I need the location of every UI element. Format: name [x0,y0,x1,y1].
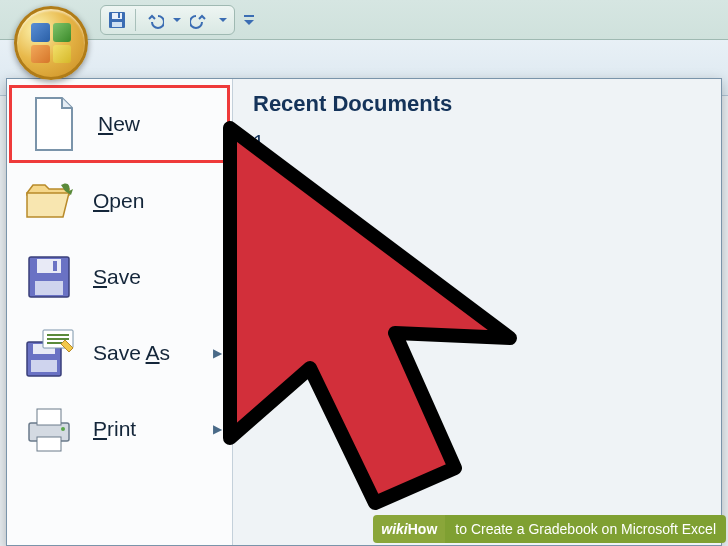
svg-point-19 [61,427,65,431]
svg-rect-4 [244,15,254,17]
wikihow-caption: wikiHow to Create a Gradebook on Microso… [373,514,726,544]
svg-rect-1 [112,13,122,19]
open-folder-icon [23,175,75,227]
menu-item-label: Open [93,189,144,213]
menu-item-print[interactable]: Print ▶ [7,391,232,467]
menu-item-label: Print [93,417,136,441]
save-as-icon [23,327,75,379]
undo-dropdown-icon[interactable] [172,10,182,30]
menu-item-save-as[interactable]: Save As ▶ [7,315,232,391]
qat-separator [135,9,136,31]
quick-access-toolbar [0,0,728,40]
menu-item-save[interactable]: Save [7,239,232,315]
submenu-arrow-icon: ▶ [213,346,222,360]
recent-documents-title: Recent Documents [253,91,701,117]
svg-rect-8 [53,261,57,271]
save-icon[interactable] [107,10,127,30]
menu-item-open[interactable]: Open [7,163,232,239]
menu-item-label: Save As [93,341,170,365]
redo-dropdown-icon[interactable] [218,10,228,30]
office-menu-right: Recent Documents 1 [233,79,721,545]
submenu-arrow-icon: ▶ [213,422,222,436]
svg-rect-3 [118,13,120,18]
svg-rect-6 [37,259,61,273]
qat-group [100,5,235,35]
wikihow-caption-text: to Create a Gradebook on Microsoft Excel [445,515,726,543]
menu-item-label: Save [93,265,141,289]
wikihow-brand: wikiHow [373,515,445,543]
redo-icon[interactable] [190,10,210,30]
svg-rect-11 [31,360,57,372]
undo-icon[interactable] [144,10,164,30]
office-button[interactable] [14,6,88,80]
office-menu: New Open Save Save As ▶ [6,78,722,546]
new-document-icon [28,98,80,150]
save-disk-icon [23,251,75,303]
svg-rect-7 [35,281,63,295]
svg-rect-2 [112,22,122,27]
menu-item-new[interactable]: New [9,85,230,163]
menu-item-label: New [98,112,140,136]
svg-rect-18 [37,437,61,451]
print-icon [23,403,75,455]
svg-rect-17 [37,409,61,425]
office-menu-left: New Open Save Save As ▶ [7,79,233,545]
customize-qat-icon[interactable] [239,5,259,35]
office-logo-icon [31,23,71,63]
recent-document-item[interactable]: 1 [253,131,701,154]
